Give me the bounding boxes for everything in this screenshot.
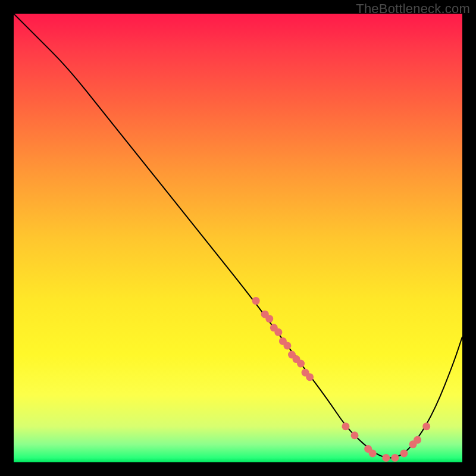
marker-dots: [252, 297, 431, 462]
marker-dot: [391, 454, 399, 462]
marker-dot: [382, 454, 390, 462]
marker-dot: [414, 436, 421, 444]
marker-dot: [422, 422, 430, 430]
marker-dot: [369, 449, 377, 457]
chart-area: [14, 14, 462, 462]
marker-dot: [400, 449, 408, 457]
marker-dot: [283, 342, 291, 349]
marker-dot: [342, 422, 349, 430]
watermark-text: TheBottleneck.com: [356, 1, 470, 17]
marker-dot: [351, 431, 359, 439]
marker-dot: [274, 328, 282, 336]
marker-dot: [265, 315, 273, 322]
marker-dot: [252, 297, 260, 305]
marker-dot: [306, 373, 314, 381]
bottleneck-plot: [14, 14, 462, 462]
marker-dot: [297, 360, 305, 368]
bottleneck-curve: [14, 14, 462, 458]
